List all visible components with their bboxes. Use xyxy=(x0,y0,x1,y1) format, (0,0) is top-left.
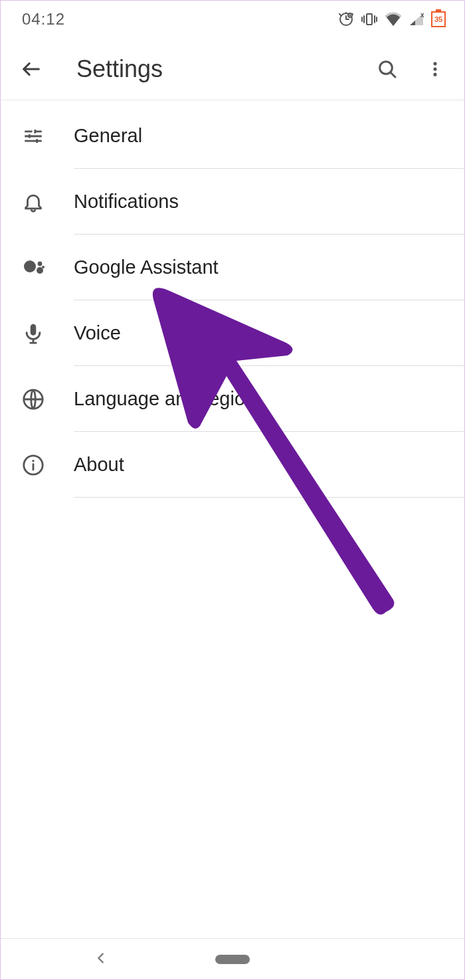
bell-icon xyxy=(22,191,74,213)
svg-point-8 xyxy=(24,260,36,272)
svg-point-10 xyxy=(37,267,43,274)
settings-item-label: Language and region xyxy=(74,366,464,432)
google-assistant-icon xyxy=(22,256,74,280)
svg-rect-2 xyxy=(367,14,372,25)
settings-item-label: About xyxy=(74,432,464,498)
settings-item-google-assistant[interactable]: Google Assistant xyxy=(1,235,464,300)
svg-rect-12 xyxy=(31,324,37,335)
svg-point-6 xyxy=(433,67,436,70)
settings-list: General Notifications Google Assistant V… xyxy=(1,100,464,498)
status-time: 04:12 xyxy=(22,10,65,29)
arrow-left-icon xyxy=(20,58,43,80)
back-button[interactable] xyxy=(15,53,47,85)
wifi-icon xyxy=(385,12,402,27)
status-bar: 04:12 x xyxy=(1,1,464,38)
battery-level-label: 35 xyxy=(434,15,442,23)
mobile-signal-icon: x xyxy=(409,12,424,27)
svg-point-9 xyxy=(38,261,43,266)
nav-back-button[interactable] xyxy=(94,951,108,968)
settings-item-label: Google Assistant xyxy=(74,235,464,300)
svg-point-7 xyxy=(433,72,436,76)
settings-item-language-region[interactable]: Language and region xyxy=(1,366,464,432)
svg-point-5 xyxy=(433,62,436,65)
svg-point-11 xyxy=(42,266,45,268)
more-vert-icon xyxy=(426,60,444,78)
status-icons: x 35 xyxy=(338,11,446,27)
settings-item-notifications[interactable]: Notifications xyxy=(1,169,464,235)
globe-icon xyxy=(22,388,74,411)
more-button[interactable] xyxy=(419,53,451,85)
tune-icon xyxy=(22,125,74,147)
page-title: Settings xyxy=(76,55,355,83)
microphone-icon xyxy=(22,322,74,345)
alarm-icon xyxy=(338,11,354,27)
svg-text:x: x xyxy=(420,12,424,19)
settings-item-voice[interactable]: Voice xyxy=(1,300,464,366)
info-icon xyxy=(22,454,74,476)
app-bar: Settings xyxy=(1,38,464,100)
search-button[interactable] xyxy=(371,53,403,85)
battery-icon: 35 xyxy=(431,11,446,27)
svg-point-15 xyxy=(32,459,34,461)
search-icon xyxy=(377,58,398,80)
chevron-left-icon xyxy=(94,951,108,965)
settings-item-label: Notifications xyxy=(74,169,464,235)
system-nav-bar xyxy=(1,938,464,979)
settings-item-general[interactable]: General xyxy=(1,103,464,169)
settings-item-label: General xyxy=(74,103,464,169)
vibrate-icon xyxy=(361,11,378,27)
settings-item-about[interactable]: About xyxy=(1,432,464,498)
nav-home-pill[interactable] xyxy=(215,955,250,964)
settings-item-label: Voice xyxy=(74,300,464,366)
